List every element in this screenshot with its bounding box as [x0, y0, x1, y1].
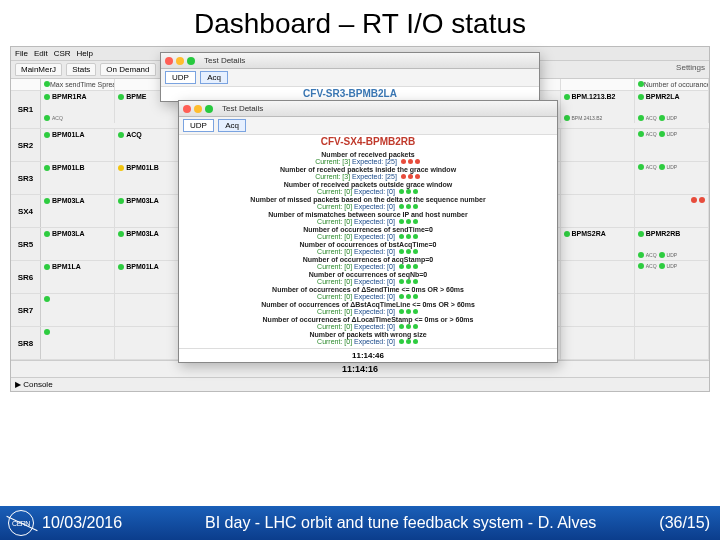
stat-block: Number of packets with wrong sizeCurrent…	[187, 331, 549, 345]
stat-values: Current: [3] Expected: [25]	[187, 173, 549, 180]
slide-title: Dashboard – RT I/O status	[0, 0, 720, 46]
tab-udp[interactable]: UDP	[165, 71, 196, 84]
menu-edit[interactable]: Edit	[34, 49, 48, 58]
stat-title: Number of occurrences of sendTime=0	[187, 226, 549, 233]
menu-help[interactable]: Help	[77, 49, 93, 58]
row-sr8: SR8	[11, 327, 41, 359]
status-dots	[398, 218, 419, 225]
modal-details-back: Test Details UDP Acq CFV-SR3-BPMB2LA	[160, 52, 540, 102]
stat-block: Number of occurrences of bstAcqTime=0Cur…	[187, 241, 549, 255]
stat-title: Number of packets with wrong size	[187, 331, 549, 338]
stat-values: Current: [3] Expected: [25]	[187, 158, 549, 165]
stat-values: Current: [0] Expected: [0]	[187, 263, 549, 270]
stat-title: Number of received packets inside the gr…	[187, 166, 549, 173]
status-dots	[398, 263, 419, 270]
stat-title: Number of occurrences of ΔLocalTimeStamp…	[187, 316, 549, 323]
modal-tabs: UDP Acq	[179, 117, 557, 135]
status-dots	[398, 248, 419, 255]
status-dots	[398, 293, 419, 300]
cell[interactable]: BPMS2RA	[561, 228, 635, 260]
status-dots	[398, 308, 419, 315]
stat-values: Current: [0] Expected: [0]	[187, 248, 549, 255]
menu-file[interactable]: File	[15, 49, 28, 58]
cell[interactable]	[635, 195, 709, 227]
status-dots	[400, 158, 421, 165]
status-dots	[400, 173, 421, 180]
stat-title: Number of mismatches between source IP a…	[187, 211, 549, 218]
status-dots	[398, 278, 419, 285]
cern-logo-icon: CERN	[8, 510, 34, 536]
stat-block: Number of received packets inside the gr…	[187, 166, 549, 180]
stat-block: Number of occurrences of sendTime=0Curre…	[187, 226, 549, 240]
modal-head: CFV-SR3-BPMB2LA	[161, 87, 539, 100]
cell[interactable]: ACQ UDP	[635, 261, 709, 293]
cell[interactable]: ACQ UDP	[635, 129, 709, 161]
stat-block: Number of occurrences of acqStamp=0Curre…	[187, 256, 549, 270]
cell[interactable]: BPM01LA	[41, 129, 115, 161]
status-dots	[398, 323, 419, 330]
menu-csr[interactable]: CSR	[54, 49, 71, 58]
stat-block: Number of occurrences of ΔSendTime <= 0m…	[187, 286, 549, 300]
row-sr3: SR3	[11, 162, 41, 194]
status-dots	[398, 338, 419, 345]
stat-block: Number of occurrences of ΔLocalTimeStamp…	[187, 316, 549, 330]
slide-footer: CERN 10/03/2016 BI day - LHC orbit and t…	[0, 506, 720, 540]
modal-titlebar[interactable]: Test Details	[161, 53, 539, 69]
stat-title: Number of occurrences of ΔBstAcqTimeLine…	[187, 301, 549, 308]
row-sr7: SR7	[11, 294, 41, 326]
cell[interactable]: BPM.1213.B2BPM.2413.B2	[561, 91, 635, 123]
maximize-icon[interactable]	[187, 57, 195, 65]
stat-values: Current: [0] Expected: [0]	[187, 218, 549, 225]
footer-page: (36/15)	[659, 514, 710, 532]
tab-acq[interactable]: Acq	[218, 119, 246, 132]
row-sr2: SR2	[11, 129, 41, 161]
cell[interactable]: BPMR1RAACQ	[41, 91, 115, 123]
cell[interactable]: BPM03LA	[41, 228, 115, 260]
modal-title: Test Details	[222, 104, 263, 113]
minimize-icon[interactable]	[176, 57, 184, 65]
modal-head: CFV-SX4-BPMB2RB	[179, 135, 557, 148]
stat-title: Number of occurrences of bstAcqTime=0	[187, 241, 549, 248]
cell[interactable]: ACQ UDP	[635, 162, 709, 194]
stat-title: Number of received packets outside grace…	[187, 181, 549, 188]
modal-details-front: Test Details UDP Acq CFV-SX4-BPMB2RB Num…	[178, 100, 558, 363]
stat-title: Number of missed packets based on the de…	[187, 196, 549, 203]
stat-values: Current: [0] Expected: [0]	[187, 188, 549, 195]
tab-stats[interactable]: Stats	[66, 63, 96, 76]
tab-ondemand[interactable]: On Demand	[100, 63, 155, 76]
cell[interactable]: BPMR2RBACQ UDP	[635, 228, 709, 260]
footer-date: 10/03/2016	[42, 514, 122, 532]
stat-values: Current: [0] Expected: [0]	[187, 233, 549, 240]
cell[interactable]	[41, 294, 115, 326]
status-dots	[398, 188, 419, 195]
minimize-icon[interactable]	[194, 105, 202, 113]
col-header-last: Number of occurances of worst case sendT…	[635, 79, 709, 90]
close-icon[interactable]	[183, 105, 191, 113]
settings-link[interactable]: Settings	[676, 63, 705, 76]
cell[interactable]	[41, 327, 115, 359]
row-sr5: SR5	[11, 228, 41, 260]
close-icon[interactable]	[165, 57, 173, 65]
row-sr6: SR6	[11, 261, 41, 293]
cell[interactable]: BPM1LA	[41, 261, 115, 293]
stat-block: Number of mismatches between source IP a…	[187, 211, 549, 225]
console-toggle[interactable]: ▶ Console	[11, 377, 709, 391]
stat-block: Number of occurrences of ΔBstAcqTimeLine…	[187, 301, 549, 315]
stat-title: Number of occurrences of acqStamp=0	[187, 256, 549, 263]
stat-values: Current: [0] Expected: [0]	[187, 293, 549, 300]
tab-mainmer[interactable]: MainMerJ	[15, 63, 62, 76]
tab-acq[interactable]: Acq	[200, 71, 228, 84]
stat-title: Number of received packets	[187, 151, 549, 158]
cell[interactable]: BPMR2LAACQ UDP	[635, 91, 709, 123]
stat-block: Number of missed packets based on the de…	[187, 196, 549, 210]
status-dots	[398, 233, 419, 240]
modal-body: Number of received packetsCurrent: [3] E…	[179, 148, 557, 348]
maximize-icon[interactable]	[205, 105, 213, 113]
modal-clock: 11:14:46	[179, 348, 557, 362]
cell[interactable]: BPM01LB	[41, 162, 115, 194]
stat-block: Number of occurrences of seqNb=0Current:…	[187, 271, 549, 285]
tab-udp[interactable]: UDP	[183, 119, 214, 132]
modal-titlebar[interactable]: Test Details	[179, 101, 557, 117]
stat-values: Current: [0] Expected: [0]	[187, 308, 549, 315]
cell[interactable]: BPM03LA	[41, 195, 115, 227]
